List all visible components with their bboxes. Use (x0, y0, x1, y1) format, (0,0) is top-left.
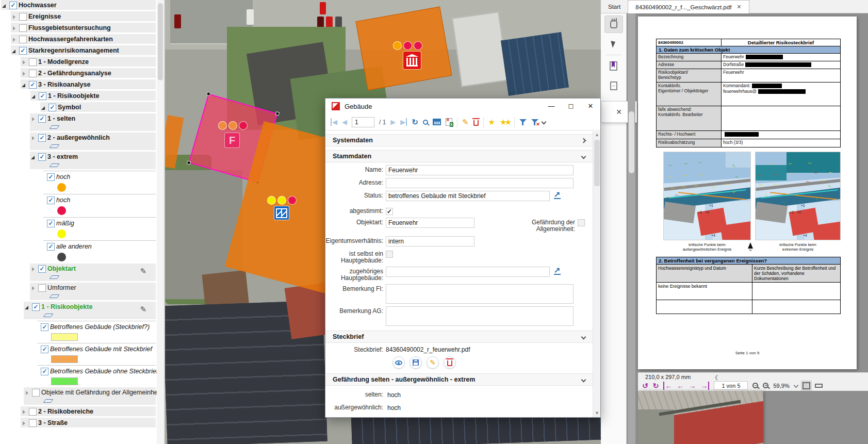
layer-item[interactable]: ✓Starkregenrisikomanagement (11, 45, 156, 55)
layer-checkbox[interactable]: ✓ (38, 265, 46, 273)
next-page-button[interactable]: → (689, 382, 696, 390)
pdf-page-1[interactable]: 84360490002 Detaillierter Risikosteckbri… (638, 17, 857, 369)
scrollbar-thumb[interactable] (594, 140, 600, 186)
layer-checkbox[interactable]: ✓ (38, 153, 46, 161)
layer-checkbox[interactable]: ✓ (38, 115, 46, 123)
section-stammdaten[interactable]: Stammdaten (325, 150, 593, 162)
layer-checkbox[interactable] (38, 284, 46, 292)
last-record-button[interactable]: ▶ (400, 118, 407, 126)
expand-arrow-icon[interactable] (21, 59, 28, 67)
edit-pencil-icon[interactable]: ✎ (140, 305, 146, 314)
select-tool-button[interactable] (604, 35, 623, 53)
collapse-arrow-icon[interactable] (21, 81, 28, 89)
layer-checkbox[interactable]: ✓ (32, 303, 40, 311)
expand-arrow-icon[interactable] (11, 13, 19, 21)
first-page-button[interactable]: ← (663, 382, 672, 390)
layer-item[interactable]: Ereignisse (11, 11, 156, 21)
layer-item[interactable]: ✓hoch (43, 194, 156, 217)
collapse-arrow-icon[interactable] (40, 104, 48, 112)
tab-document[interactable]: 84360490002_r_f..._Geschwärzt.pdf✕ (628, 0, 749, 13)
feuerwehr-icon[interactable]: F (225, 133, 239, 147)
star-icon[interactable]: ★ (488, 118, 495, 126)
expand-arrow-icon[interactable] (30, 285, 38, 292)
layer-checkbox[interactable] (29, 70, 37, 77)
zugehoerig-field[interactable] (386, 267, 550, 277)
edit-pencil-icon[interactable]: ✎ (462, 118, 469, 126)
collapse-toolbar-icon[interactable]: ❮ (714, 374, 718, 380)
expand-arrow-icon[interactable] (21, 70, 28, 78)
layer-checkbox[interactable]: ✓ (19, 47, 27, 55)
view-pdf-button[interactable] (392, 356, 405, 369)
gefaehrdung-allg-checkbox[interactable] (578, 219, 585, 226)
bookmarks-button[interactable] (604, 57, 623, 75)
pdf-page-2-fragment[interactable] (638, 391, 763, 444)
goto-record-icon[interactable]: ↗ (554, 267, 561, 275)
first-record-button[interactable]: ◀ (331, 118, 337, 126)
layer-item[interactable]: Umformer (30, 283, 156, 300)
fit-width-button[interactable] (815, 384, 823, 388)
layer-item[interactable]: ✓2 - außergewöhnlich (30, 133, 156, 150)
layer-checkbox[interactable]: ✓ (47, 220, 55, 227)
layer-item[interactable]: ✓1 - Risikoobjekte✎ (24, 302, 156, 319)
previous-record-button[interactable]: ◀ (342, 118, 347, 126)
layer-item[interactable]: 3 - Straße (21, 418, 156, 427)
layer-checkbox[interactable]: ✓ (38, 134, 46, 142)
rotate-left-icon[interactable]: ↺ (642, 382, 648, 390)
minimize-button[interactable]: — (542, 99, 561, 113)
status-field[interactable] (386, 191, 550, 201)
zoom-out-icon[interactable]: − (752, 383, 758, 388)
layer-checkbox[interactable]: ✓ (41, 368, 48, 375)
layer-checkbox[interactable]: ✓ (9, 2, 17, 9)
layer-item[interactable]: ✓alle anderen (43, 240, 156, 264)
expand-arrow-icon[interactable] (11, 25, 19, 32)
delete-icon[interactable] (473, 120, 479, 126)
layer-item[interactable]: Hochwassergefahrenkarten (11, 34, 156, 44)
layer-item[interactable]: ✓Betroffenes Gebäude mit Steckbrief (37, 343, 156, 365)
save-pdf-button[interactable] (410, 356, 422, 369)
layer-item[interactable]: ✓1 - Risikoobjekte (30, 91, 156, 101)
tab-start[interactable]: Start (601, 0, 628, 13)
page-indicator[interactable]: 1 von 5 (714, 381, 748, 390)
layer-checkbox[interactable] (29, 408, 37, 416)
layer-checkbox[interactable] (19, 13, 27, 21)
layer-item[interactable]: ✓3 - extrem (30, 152, 156, 169)
collapse-arrow-icon[interactable] (30, 93, 38, 101)
table-view-icon[interactable] (433, 119, 441, 125)
layer-item[interactable]: ✓1 - selten (30, 113, 156, 131)
layer-item[interactable]: 2 - Risikobereiche (21, 406, 156, 416)
refresh-icon[interactable]: ↻ (412, 118, 418, 126)
expand-arrow-icon[interactable] (30, 116, 38, 123)
expand-arrow-icon[interactable] (30, 135, 38, 142)
layer-item[interactable]: Objekte mit Gefährdung der Allgemeinheit (24, 387, 156, 405)
scrollbar-thumb[interactable] (158, 3, 163, 80)
vertex-handle[interactable] (206, 92, 211, 96)
layer-item[interactable]: ✓Hochwasser (1, 0, 156, 10)
close-tab-icon[interactable]: ✕ (736, 4, 741, 10)
objektart-field[interactable] (386, 218, 474, 228)
previous-page-button[interactable]: ← (677, 382, 684, 390)
hand-tool-button[interactable] (604, 15, 623, 33)
eigentum-field[interactable] (386, 236, 474, 246)
maximize-button[interactable]: ◻ (561, 99, 581, 113)
scroll-up-arrow[interactable]: ▲ (593, 131, 601, 139)
layer-checkbox[interactable] (19, 36, 27, 43)
rotate-right-icon[interactable]: ↻ (653, 382, 659, 390)
expand-arrow-icon[interactable] (11, 36, 19, 44)
layer-checkbox[interactable]: ✓ (48, 104, 56, 111)
layer-checkbox[interactable] (32, 389, 40, 397)
expand-arrow-icon[interactable] (21, 408, 28, 416)
layer-checkbox[interactable] (29, 58, 37, 66)
last-page-button[interactable]: → (700, 382, 709, 390)
layer-checkbox[interactable]: ✓ (47, 243, 55, 251)
layer-checkbox[interactable]: ✓ (41, 323, 48, 331)
edit-pdf-button[interactable]: ✎ (427, 356, 439, 369)
adresse-field[interactable] (386, 178, 574, 188)
close-flyout-icon[interactable]: ✕ (616, 108, 622, 116)
collapse-arrow-icon[interactable] (24, 304, 31, 311)
expand-arrow-icon[interactable] (21, 420, 28, 427)
layer-checkbox[interactable]: ✓ (29, 81, 37, 89)
layer-checkbox[interactable]: ✓ (39, 92, 46, 100)
layer-item[interactable]: ✓Betroffenes Gebäude ohne Steckbrief (37, 365, 156, 387)
layer-checkbox[interactable] (19, 24, 27, 32)
layer-item[interactable]: ✓Symbol (40, 102, 156, 112)
